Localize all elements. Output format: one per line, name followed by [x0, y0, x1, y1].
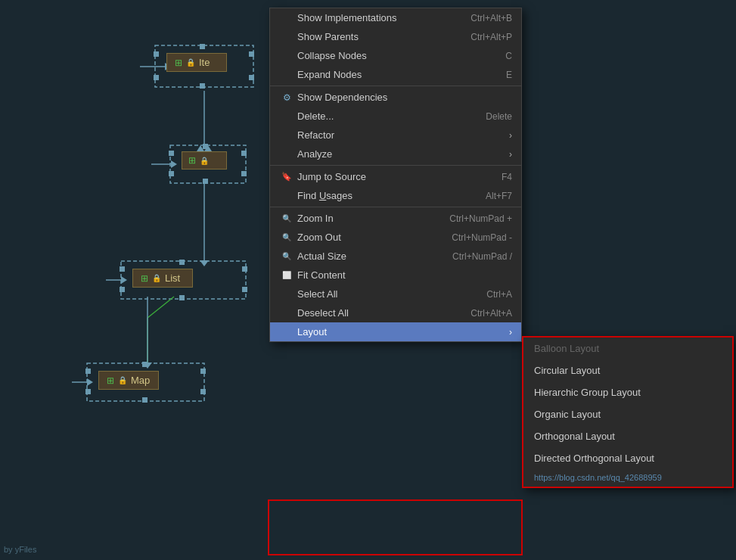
organic-layout-label: Organic Layout — [534, 409, 601, 420]
menu-item-expand-nodes[interactable]: Expand Nodes E — [270, 65, 521, 84]
menu-item-show-parents[interactable]: Show Parents Ctrl+Alt+P — [270, 27, 521, 46]
menu-item-deselect-all[interactable]: Deselect All Ctrl+Alt+A — [270, 303, 521, 322]
zoom-in-shortcut: Ctrl+NumPad + — [449, 213, 512, 224]
menu-item-actual-size[interactable]: 🔍 Actual Size Ctrl+NumPad / — [270, 247, 521, 266]
node-map[interactable]: ⊞ 🔒 Map — [98, 371, 159, 390]
node-icon-map: ⊞ — [107, 375, 114, 386]
node-lock-list: 🔒 — [152, 274, 161, 282]
jump-to-source-icon: 🔖 — [281, 172, 293, 182]
separator-3 — [270, 207, 521, 207]
layout-arrow: › — [509, 327, 512, 338]
deselect-all-shortcut: Ctrl+Alt+A — [470, 308, 512, 319]
submenu-item-organic-layout[interactable]: Organic Layout — [523, 403, 732, 425]
node-lock-item: 🔒 — [186, 58, 195, 67]
menu-item-collapse-nodes[interactable]: Collapse Nodes C — [270, 46, 521, 65]
deselect-all-label: Deselect All — [297, 307, 349, 319]
menu-item-zoom-out[interactable]: 🔍 Zoom Out Ctrl+NumPad - — [270, 228, 521, 247]
refactor-label: Refactor — [297, 129, 334, 141]
find-usages-label: Find Usages — [297, 190, 352, 201]
menu-item-find-usages[interactable]: Find Usages Alt+F7 — [270, 186, 521, 205]
orthogonal-layout-label: Orthogonal Layout — [534, 431, 615, 442]
refactor-arrow: › — [509, 130, 512, 141]
actual-size-label: Actual Size — [297, 250, 346, 262]
submenu-url: https://blog.csdn.net/qq_42688959 — [523, 469, 732, 487]
node-item[interactable]: ⊞ 🔒 Ite — [166, 53, 227, 72]
collapse-nodes-label: Collapse Nodes — [297, 50, 367, 61]
expand-nodes-shortcut: E — [506, 70, 512, 80]
hierarchic-group-layout-label: Hierarchic Group Layout — [534, 387, 641, 398]
submenu-item-circular-layout[interactable]: Circular Layout — [523, 359, 732, 381]
show-implementations-label: Show Implementations — [297, 12, 397, 23]
delete-shortcut: Delete — [486, 111, 512, 122]
node-list[interactable]: ⊞ 🔒 List — [132, 269, 193, 288]
balloon-layout-label: Balloon Layout — [534, 343, 599, 354]
show-dependencies-label: Show Dependencies — [297, 92, 387, 103]
analyze-arrow: › — [509, 149, 512, 160]
node-label-item: Ite — [199, 57, 210, 68]
zoom-out-label: Zoom Out — [297, 232, 341, 243]
menu-item-jump-to-source[interactable]: 🔖 Jump to Source F4 — [270, 167, 521, 186]
jump-to-source-label: Jump to Source — [297, 171, 366, 182]
zoom-in-label: Zoom In — [297, 213, 334, 224]
node-icon-list: ⊞ — [141, 273, 148, 284]
node-lock-map: 🔒 — [118, 376, 127, 384]
node-label-list: List — [165, 272, 180, 284]
show-parents-label: Show Parents — [297, 31, 359, 42]
show-dependencies-icon: ⚙ — [281, 92, 293, 103]
expand-nodes-label: Expand Nodes — [297, 69, 362, 80]
show-implementations-shortcut: Ctrl+Alt+B — [470, 13, 512, 23]
select-all-label: Select All — [297, 288, 337, 300]
watermark: by yFiles — [4, 545, 36, 554]
submenu-item-hierarchic-group-layout[interactable]: Hierarchic Group Layout — [523, 381, 732, 403]
directed-orthogonal-layout-label: Directed Orthogonal Layout — [534, 453, 654, 464]
menu-item-fit-content[interactable]: ⬜ Fit Content — [270, 266, 521, 285]
fit-content-icon: ⬜ — [281, 271, 293, 279]
context-menu: Show Implementations Ctrl+Alt+B Show Par… — [269, 8, 522, 342]
delete-label: Delete... — [297, 110, 334, 122]
analyze-label: Analyze — [297, 148, 332, 160]
node-icon-middle: ⊞ — [188, 155, 196, 166]
fit-content-label: Fit Content — [297, 269, 346, 281]
show-parents-shortcut: Ctrl+Alt+P — [470, 32, 512, 42]
node-label-map: Map — [131, 375, 150, 386]
layout-label: Layout — [297, 326, 327, 338]
menu-item-refactor[interactable]: Refactor › — [270, 126, 521, 145]
menu-item-analyze[interactable]: Analyze › — [270, 145, 521, 163]
layout-submenu: Balloon Layout Circular Layout Hierarchi… — [522, 336, 734, 488]
jump-to-source-shortcut: F4 — [502, 172, 512, 182]
node-middle[interactable]: ⊞ 🔒 — [182, 151, 227, 170]
actual-size-icon: 🔍 — [281, 252, 293, 260]
separator-2 — [270, 165, 521, 166]
menu-item-show-implementations[interactable]: Show Implementations Ctrl+Alt+B — [270, 8, 521, 27]
select-all-shortcut: Ctrl+A — [486, 289, 512, 300]
node-icon-item: ⊞ — [175, 58, 182, 68]
zoom-in-icon: 🔍 — [281, 214, 293, 222]
circular-layout-label: Circular Layout — [534, 365, 600, 376]
zoom-out-shortcut: Ctrl+NumPad - — [452, 232, 512, 243]
menu-item-delete[interactable]: Delete... Delete — [270, 107, 521, 126]
menu-item-layout[interactable]: Layout › — [270, 322, 521, 341]
menu-item-select-all[interactable]: Select All Ctrl+A — [270, 285, 521, 303]
menu-item-zoom-in[interactable]: 🔍 Zoom In Ctrl+NumPad + — [270, 209, 521, 228]
actual-size-shortcut: Ctrl+NumPad / — [452, 251, 512, 262]
submenu-item-orthogonal-layout[interactable]: Orthogonal Layout — [523, 425, 732, 447]
zoom-out-icon: 🔍 — [281, 233, 293, 241]
separator-1 — [270, 86, 521, 86]
collapse-nodes-shortcut: C — [505, 51, 512, 61]
find-usages-shortcut: Alt+F7 — [486, 191, 512, 201]
menu-item-show-dependencies[interactable]: ⚙ Show Dependencies — [270, 88, 521, 107]
submenu-item-directed-orthogonal-layout[interactable]: Directed Orthogonal Layout — [523, 447, 732, 469]
node-lock-middle: 🔒 — [200, 157, 209, 165]
submenu-item-balloon-layout[interactable]: Balloon Layout — [523, 338, 732, 359]
